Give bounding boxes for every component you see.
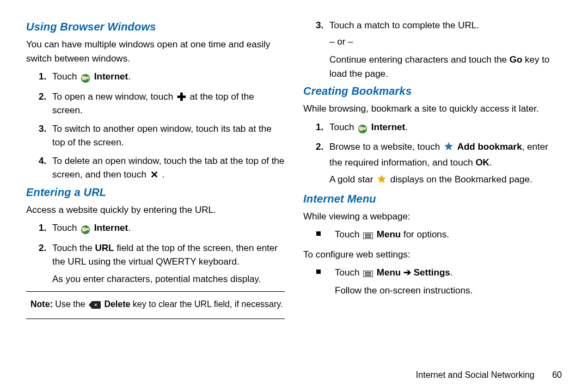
text: . [162,169,164,180]
settings-label: Settings [414,267,450,278]
text: Touch [335,229,362,240]
svg-marker-4 [444,142,453,150]
steps-url-continued: Touch a match to complete the URL. – or … [303,19,562,81]
internet-label: Internet [371,122,405,132]
text: . [489,157,492,168]
text: To delete an open window, touch the tab … [52,156,284,180]
internet-globe-icon [81,71,90,85]
right-column: Touch a match to complete the URL. – or … [303,17,562,324]
intro-menu-b: To configure web settings: [303,248,562,262]
menu-item-options: Touch Menu for options. [326,228,562,243]
heading-creating-bookmarks: Creating Bookmarks [303,85,562,97]
footer-section: Internet and Social Networking [416,370,535,379]
menu-icon [363,267,373,281]
text: To open a new window, touch [52,91,176,102]
star-blue-icon [444,142,454,156]
step-windows-1: Touch Internet. [49,70,285,85]
text: . [128,223,131,233]
step-url-1: Touch Internet. [49,221,285,237]
menu-item-settings: Touch Menu ➔ Settings. Follow the on-scr… [326,266,562,297]
heading-internet-menu: Internet Menu [303,193,562,205]
text: Touch the [52,243,95,253]
svg-text:×: × [94,302,97,308]
text: A gold star [329,174,376,185]
text: Touch [335,267,362,278]
text: . [128,71,131,82]
delete-key-icon: × [89,301,101,311]
text: Touch [52,223,79,233]
note-label: Note: [30,299,53,309]
intro-windows: You can have multiple windows open at on… [26,38,285,65]
svg-marker-5 [377,175,386,183]
intro-url: Access a website quickly by entering the… [26,203,285,217]
internet-label: Internet [94,223,128,233]
or-separator: – or – [329,35,562,49]
text: Use the [53,299,88,309]
divider [26,318,285,319]
heading-entering-url: Entering a URL [26,186,285,199]
step-url-2: Touch the URL field at the top of the sc… [49,241,285,286]
text: for options. [401,229,449,240]
text: . [450,267,453,278]
note-block: Note: Use the × Delete key to clear the … [30,297,285,313]
arrow-icon: ➔ [401,267,413,278]
menu-icon [363,229,373,243]
menu-label: Menu [377,229,401,240]
gold-star-note: A gold star displays on the Bookmarked p… [329,173,562,188]
url-label: URL [95,243,114,253]
text: Browse to a website, touch [329,142,443,152]
step-windows-2: To open a new window, touch ✚ at the top… [49,90,285,118]
steps-bookmarks: Touch Internet. Browse to a website, tou… [303,120,562,188]
step-url-3: Touch a match to complete the URL. – or … [326,19,562,81]
text: displays on the Bookmarked page. [390,174,532,185]
menu-label: Menu [377,267,401,278]
text: Touch [329,122,357,132]
text: As you enter characters, potential match… [52,272,285,286]
delete-label: Delete [104,299,130,309]
steps-url: Touch Internet. Touch the URL field at t… [26,221,285,286]
go-label: Go [510,54,523,65]
internet-globe-icon [358,122,367,136]
text: Continue entering characters and touch t… [329,54,510,65]
ok-label: OK [475,157,489,168]
step-windows-3: To switch to another open window, touch … [49,122,285,150]
left-column: Using Browser Windows You can have multi… [26,17,285,324]
menu-list-b: Touch Menu ➔ Settings. Follow the on-scr… [303,266,562,297]
text: . [405,122,408,132]
internet-globe-icon [81,223,90,237]
intro-menu-a: While viewing a webpage: [303,210,562,224]
add-bookmark-label: Add bookmark [457,142,522,152]
internet-label: Internet [94,71,128,82]
step-bk-2: Browse to a website, touch Add bookmark,… [326,140,562,188]
page-footer: Internet and Social Networking 60 [416,370,562,380]
intro-bookmarks: While browsing, bookmark a site to quick… [303,102,562,116]
text: Follow the on-screen instructions. [335,284,562,298]
text: key to clear the URL field, if necessary… [130,299,283,309]
text: Touch [52,71,79,82]
divider [26,291,285,292]
page-number: 60 [552,370,562,379]
heading-using-browser-windows: Using Browser Windows [26,21,285,33]
step-windows-4: To delete an open window, touch the tab … [49,154,285,182]
star-gold-icon [377,174,387,188]
steps-windows: Touch Internet. To open a new window, to… [26,70,285,182]
step-bk-1: Touch Internet. [326,120,562,136]
text: Touch a match to complete the URL. [329,20,479,30]
menu-list-a: Touch Menu for options. [303,228,562,243]
